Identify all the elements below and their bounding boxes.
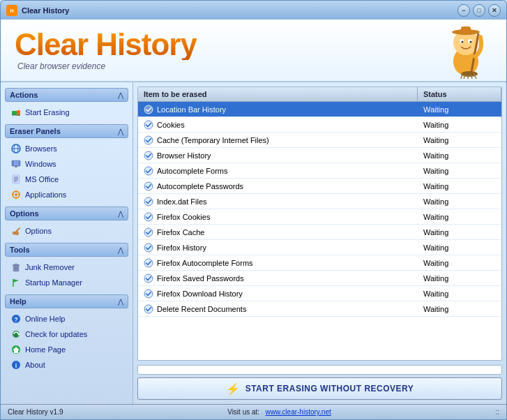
sidebar-item-online-help[interactable]: ? Online Help bbox=[8, 311, 128, 327]
row-check-icon bbox=[144, 304, 153, 314]
logo-subtitle: Clear browser evidence bbox=[15, 61, 197, 71]
table-row[interactable]: Firefox Autocomplete FormsWaiting bbox=[138, 255, 501, 271]
sidebar-items-eraser-panels: Browsers bbox=[5, 138, 128, 202]
sidebar-item-about[interactable]: i About bbox=[8, 357, 128, 373]
table-cell-status: Waiting bbox=[418, 150, 501, 161]
sidebar-item-check-updates[interactable]: Check for updates bbox=[8, 327, 128, 342]
row-check-icon bbox=[144, 105, 153, 114]
table-row[interactable]: Autocomplete FormsWaiting bbox=[138, 163, 501, 179]
collapse-icon-tools: ⋀ bbox=[118, 246, 123, 254]
row-check-icon bbox=[144, 197, 153, 207]
sidebar-items-actions: Start Erasing bbox=[5, 102, 128, 120]
table-cell-item: Firefox Autocomplete Forms bbox=[138, 257, 418, 269]
table-row[interactable]: Index.dat FilesWaiting bbox=[138, 194, 501, 209]
sidebar-item-applications[interactable]: Applications bbox=[8, 187, 128, 202]
svg-rect-29 bbox=[13, 175, 20, 183]
table-cell-status: Waiting bbox=[418, 119, 501, 130]
sidebar-header-actions-text: Actions bbox=[10, 91, 38, 99]
status-dots: :: bbox=[495, 408, 499, 416]
svg-rect-43 bbox=[15, 264, 17, 265]
sidebar-item-browsers-label: Browsers bbox=[25, 144, 57, 153]
sidebar-header-actions[interactable]: Actions ⋀ bbox=[5, 88, 128, 102]
row-check-icon bbox=[144, 289, 153, 299]
table-row[interactable]: Autocomplete PasswordsWaiting bbox=[138, 179, 501, 194]
svg-rect-28 bbox=[15, 166, 17, 167]
eraser-icon bbox=[10, 107, 22, 118]
sidebar-item-start-erasing-label: Start Erasing bbox=[25, 108, 70, 117]
visit-label: Visit us at: bbox=[227, 408, 259, 416]
table-cell-status: Waiting bbox=[418, 181, 501, 192]
header-banner: Clear History Clear browser evidence bbox=[1, 20, 506, 82]
table-cell-item-label: Firefox Cookies bbox=[157, 213, 210, 221]
collapse-icon-options: ⋀ bbox=[118, 210, 123, 218]
sidebar-item-startup-manager[interactable]: Startup Manager bbox=[8, 275, 128, 290]
main-window: Clear History Clear browser evidence bbox=[0, 20, 507, 420]
sidebar-item-junk-remover-label: Junk Remover bbox=[25, 263, 75, 271]
sidebar-item-options[interactable]: Options bbox=[8, 223, 128, 239]
applications-icon bbox=[10, 189, 22, 200]
progress-bar bbox=[137, 365, 502, 375]
website-link[interactable]: www.clear-history.net bbox=[265, 408, 331, 416]
sidebar-item-ms-office[interactable]: MS Office bbox=[8, 172, 128, 187]
table-cell-item-label: Firefox Download History bbox=[157, 290, 243, 298]
sidebar-header-eraser-panels[interactable]: Eraser Panels ⋀ bbox=[5, 124, 128, 138]
sidebar-item-windows[interactable]: Windows bbox=[8, 156, 128, 172]
table-cell-item-label: Firefox Cache bbox=[157, 228, 204, 237]
sidebar-header-help[interactable]: Help ⋀ bbox=[5, 294, 128, 308]
title-bar-text: Clear History bbox=[22, 6, 457, 15]
status-visit: Visit us at: www.clear-history.net bbox=[227, 408, 331, 416]
svg-rect-26 bbox=[14, 163, 16, 165]
svg-rect-41 bbox=[13, 265, 19, 271]
table-cell-status: Waiting bbox=[418, 273, 501, 284]
table-cell-status: Waiting bbox=[418, 257, 501, 269]
sidebar-section-tools: Tools ⋀ bbox=[5, 243, 128, 290]
table-cell-item-label: Firefox History bbox=[157, 243, 206, 252]
table-cell-status: Waiting bbox=[418, 165, 501, 177]
table-row[interactable]: Cache (Temporary Internet Files)Waiting bbox=[138, 133, 501, 148]
row-check-icon bbox=[144, 258, 153, 268]
status-bar: Clear History v1.9 Visit us at: www.clea… bbox=[1, 404, 506, 419]
table-cell-item-label: Autocomplete Passwords bbox=[157, 182, 243, 190]
close-button[interactable]: ✕ bbox=[488, 4, 501, 17]
sidebar-header-options[interactable]: Options ⋀ bbox=[5, 207, 128, 220]
erase-button[interactable]: ⚡ START ERASING WITHOUT RECOVERY bbox=[137, 377, 502, 400]
minimize-button[interactable]: − bbox=[457, 4, 470, 17]
table-row[interactable]: Firefox CookiesWaiting bbox=[138, 209, 501, 225]
table-row[interactable]: CookiesWaiting bbox=[138, 117, 501, 133]
sidebar-section-options: Options ⋀ Options bbox=[5, 207, 128, 239]
sidebar-section-eraser-panels: Eraser Panels ⋀ Browsers bbox=[5, 124, 128, 202]
wrench-icon bbox=[10, 225, 22, 237]
title-bar-buttons: − □ ✕ bbox=[457, 4, 501, 17]
col-header-status: Status bbox=[418, 87, 501, 101]
items-table: Item to be erased Status Location Bar Hi… bbox=[137, 87, 502, 361]
sidebar-item-home-page[interactable]: Home Page bbox=[8, 342, 128, 357]
sidebar-item-online-help-label: Online Help bbox=[25, 315, 65, 323]
table-cell-item-label: Firefox Autocomplete Forms bbox=[157, 259, 253, 267]
table-cell-item-label: Index.dat Files bbox=[157, 197, 207, 206]
sidebar-header-tools[interactable]: Tools ⋀ bbox=[5, 243, 128, 257]
table-row[interactable]: Firefox HistoryWaiting bbox=[138, 240, 501, 255]
sidebar-header-eraser-panels-text: Eraser Panels bbox=[10, 127, 61, 135]
table-row[interactable]: Firefox Saved PasswordsWaiting bbox=[138, 271, 501, 286]
table-row[interactable]: Browser HistoryWaiting bbox=[138, 148, 501, 163]
table-row[interactable]: Location Bar HistoryWaiting bbox=[138, 102, 501, 117]
sidebar-header-options-text: Options bbox=[10, 209, 39, 218]
table-cell-status: Waiting bbox=[418, 303, 501, 315]
bottom-bar: ⚡ START ERASING WITHOUT RECOVERY bbox=[137, 365, 502, 400]
table-cell-item: Firefox Cache bbox=[138, 226, 418, 239]
table-row[interactable]: Firefox Download HistoryWaiting bbox=[138, 286, 501, 301]
collapse-icon-actions: ⋀ bbox=[118, 91, 123, 99]
table-cell-status: Waiting bbox=[418, 196, 501, 207]
sidebar-item-start-erasing[interactable]: Start Erasing bbox=[8, 105, 128, 120]
col-header-item: Item to be erased bbox=[138, 87, 418, 101]
table-cell-status: Waiting bbox=[418, 104, 501, 115]
svg-rect-25 bbox=[17, 161, 19, 163]
sidebar-item-browsers[interactable]: Browsers bbox=[8, 141, 128, 156]
table-row[interactable]: Firefox CacheWaiting bbox=[138, 225, 501, 240]
row-check-icon bbox=[144, 120, 153, 130]
sidebar-item-junk-remover[interactable]: Junk Remover bbox=[8, 260, 128, 275]
question-icon: ? bbox=[10, 313, 22, 324]
table-row[interactable]: Delete Recent DocumentsWaiting bbox=[138, 301, 501, 317]
table-cell-item: Firefox Download History bbox=[138, 287, 418, 300]
maximize-button[interactable]: □ bbox=[473, 4, 485, 17]
